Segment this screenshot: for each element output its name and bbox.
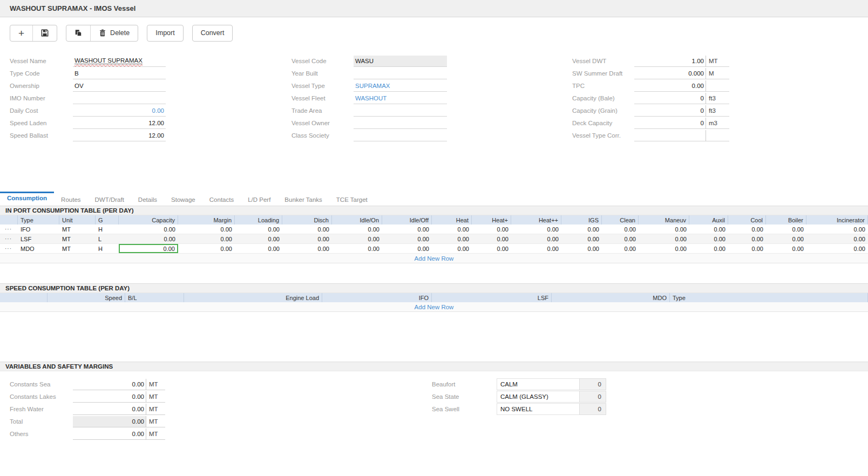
tab-consumption[interactable]: Consumption xyxy=(0,192,54,206)
cell-idle-on[interactable]: 0.00 xyxy=(332,234,382,243)
cell-cool[interactable]: 0.00 xyxy=(728,244,766,253)
cell-heat-plus[interactable]: 0.00 xyxy=(472,244,511,253)
cell-idle-on[interactable]: 0.00 xyxy=(332,225,382,234)
year-built-input[interactable] xyxy=(354,68,447,79)
cell-unit[interactable]: MT xyxy=(59,225,96,234)
vessel-type-corr-input[interactable] xyxy=(634,130,706,141)
cell-unit[interactable]: MT xyxy=(59,244,96,253)
deck-capacity-input[interactable]: 0 xyxy=(634,118,706,129)
cell-maneuv[interactable]: 0.00 xyxy=(639,225,689,234)
cell-heat-plus[interactable]: 0.00 xyxy=(472,225,511,234)
in-port-add-new-row-link[interactable]: Add New Row xyxy=(0,254,868,263)
cell-type[interactable]: IFO xyxy=(18,225,59,234)
capacity-bale-input[interactable]: 0 xyxy=(634,93,706,104)
class-society-input[interactable] xyxy=(354,130,447,141)
cell-incinerator[interactable]: 0.00 xyxy=(806,244,868,253)
others-input[interactable]: 0.00 xyxy=(73,429,146,440)
vessel-type-link[interactable]: SUPRAMAX xyxy=(354,80,447,92)
cell-auxil[interactable]: 0.00 xyxy=(689,225,728,234)
save-button[interactable] xyxy=(32,25,57,41)
cell-igs[interactable]: 0.00 xyxy=(561,234,602,243)
speed-ballast-input[interactable]: 12.00 xyxy=(73,130,166,141)
cell-idle-off[interactable]: 0.00 xyxy=(382,244,432,253)
vessel-dwt-input[interactable]: 1.00 xyxy=(634,56,706,67)
cell-incinerator[interactable]: 0.00 xyxy=(806,234,868,243)
cell-idle-on[interactable]: 0.00 xyxy=(332,244,382,253)
tpc-input[interactable]: 0.00 xyxy=(634,80,706,92)
cell-idle-off[interactable]: 0.00 xyxy=(382,234,432,243)
tab-routes[interactable]: Routes xyxy=(54,192,87,206)
tab-details[interactable]: Details xyxy=(131,192,164,206)
cell-heat-plus-plus[interactable]: 0.00 xyxy=(511,225,561,234)
add-button[interactable]: + xyxy=(10,25,32,41)
vessel-owner-input[interactable] xyxy=(354,118,447,129)
tab-dwt-draft[interactable]: DWT/Draft xyxy=(88,192,131,206)
tab-ld-perf[interactable]: L/D Perf xyxy=(241,192,277,206)
cell-disch[interactable]: 0.00 xyxy=(282,225,332,234)
row-menu-icon[interactable]: ··· xyxy=(0,244,18,253)
speed-add-new-row-link[interactable]: Add New Row xyxy=(0,302,868,312)
beaufort-select[interactable]: CALM xyxy=(497,378,579,390)
cell-clean[interactable]: 0.00 xyxy=(602,244,639,253)
tab-tce-target[interactable]: TCE Target xyxy=(329,192,375,206)
cell-type[interactable]: LSF xyxy=(18,234,59,243)
cell-heat[interactable]: 0.00 xyxy=(432,244,472,253)
import-button[interactable]: Import xyxy=(147,25,182,41)
cell-loading[interactable]: 0.00 xyxy=(235,234,282,243)
sea-swell-select[interactable]: NO SWELL xyxy=(497,403,579,415)
vessel-fleet-link[interactable]: WASHOUT xyxy=(354,93,447,104)
cell-boiler[interactable]: 0.00 xyxy=(766,244,806,253)
tab-bunker-tanks[interactable]: Bunker Tanks xyxy=(277,192,329,206)
sea-state-select[interactable]: CALM (GLASSY) xyxy=(497,391,579,403)
cell-auxil[interactable]: 0.00 xyxy=(689,244,728,253)
cell-maneuv[interactable]: 0.00 xyxy=(639,234,689,243)
cell-heat-plus-plus[interactable]: 0.00 xyxy=(511,244,561,253)
capacity-grain-input[interactable]: 0 xyxy=(634,105,706,117)
cell-cool[interactable]: 0.00 xyxy=(728,225,766,234)
speed-laden-input[interactable]: 12.00 xyxy=(73,118,166,129)
cell-maneuv[interactable]: 0.00 xyxy=(639,244,689,253)
cell-margin[interactable]: 0.00 xyxy=(178,244,235,253)
cell-clean[interactable]: 0.00 xyxy=(602,225,639,234)
cell-idle-off[interactable]: 0.00 xyxy=(382,225,432,234)
cell-unit[interactable]: MT xyxy=(59,234,96,243)
delete-button[interactable]: Delete xyxy=(90,25,138,41)
cell-loading[interactable]: 0.00 xyxy=(235,244,282,253)
imo-number-input[interactable] xyxy=(73,93,166,104)
vessel-name-input[interactable]: WASHOUT SUPRAMAX xyxy=(73,56,166,67)
cell-margin[interactable]: 0.00 xyxy=(178,225,235,234)
cell-loading[interactable]: 0.00 xyxy=(235,225,282,234)
cell-boiler[interactable]: 0.00 xyxy=(766,225,806,234)
cell-capacity-selected[interactable]: 0.00 xyxy=(119,244,178,253)
cell-boiler[interactable]: 0.00 xyxy=(766,234,806,243)
constants-sea-input[interactable]: 0.00 xyxy=(73,379,146,390)
cell-heat-plus[interactable]: 0.00 xyxy=(472,234,511,243)
tab-stowage[interactable]: Stowage xyxy=(164,192,202,206)
constants-lakes-input[interactable]: 0.00 xyxy=(73,391,146,403)
cell-heat[interactable]: 0.00 xyxy=(432,234,472,243)
cell-capacity[interactable]: 0.00 xyxy=(119,234,178,243)
daily-cost-input[interactable]: 0.00 xyxy=(73,105,166,117)
cell-igs[interactable]: 0.00 xyxy=(561,225,602,234)
sw-summer-draft-input[interactable]: 0.000 xyxy=(634,68,706,79)
cell-g[interactable]: H xyxy=(96,244,119,253)
cell-auxil[interactable]: 0.00 xyxy=(689,234,728,243)
cell-margin[interactable]: 0.00 xyxy=(178,234,235,243)
cell-cool[interactable]: 0.00 xyxy=(728,234,766,243)
cell-incinerator[interactable]: 0.00 xyxy=(806,225,868,234)
cell-clean[interactable]: 0.00 xyxy=(602,234,639,243)
trade-area-input[interactable] xyxy=(354,105,447,117)
type-code-input[interactable]: B xyxy=(73,68,166,79)
fresh-water-input[interactable]: 0.00 xyxy=(73,404,146,415)
cell-type[interactable]: MDO xyxy=(18,244,59,253)
row-menu-icon[interactable]: ··· xyxy=(0,234,18,243)
tab-contacts[interactable]: Contacts xyxy=(202,192,241,206)
cell-g[interactable]: H xyxy=(96,225,119,234)
convert-button[interactable]: Convert xyxy=(193,25,233,41)
row-menu-icon[interactable]: ··· xyxy=(0,225,18,234)
cell-heat-plus-plus[interactable]: 0.00 xyxy=(511,234,561,243)
cell-g[interactable]: L xyxy=(96,234,119,243)
cell-igs[interactable]: 0.00 xyxy=(561,244,602,253)
cell-disch[interactable]: 0.00 xyxy=(282,244,332,253)
cell-disch[interactable]: 0.00 xyxy=(282,234,332,243)
